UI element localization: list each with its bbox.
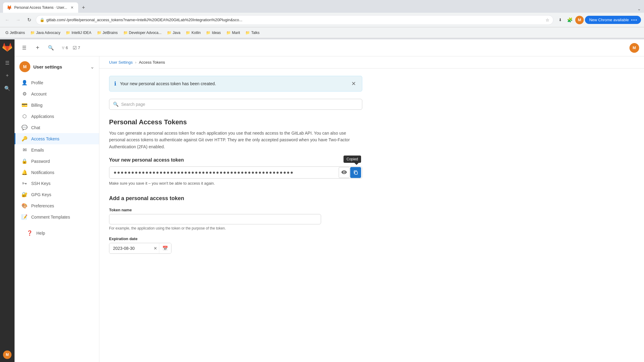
- back-button[interactable]: ←: [3, 16, 12, 24]
- search-box: 🔍: [109, 99, 362, 110]
- bookmark-jetbrains2[interactable]: 📁 JetBrains: [95, 29, 120, 36]
- sidebar-create-icon[interactable]: +: [2, 70, 13, 81]
- settings-sidebar: M User settings ⌄ 👤 Profile ⚙ Account 💳 …: [15, 56, 99, 362]
- alert-banner: ℹ Your new personal access token has bee…: [109, 76, 362, 92]
- settings-user-info: M User settings: [19, 61, 62, 72]
- date-input[interactable]: [109, 243, 152, 253]
- bookmark-java[interactable]: 📁 Java: [164, 29, 183, 36]
- address-bar[interactable]: 🔒 gitlab.com/-/profile/personal_access_t…: [36, 15, 553, 25]
- gitlab-sidebar: ☰ + 🔍 M: [0, 39, 15, 362]
- date-calendar-button[interactable]: 📅: [159, 243, 171, 253]
- sidebar-item-access-tokens[interactable]: 🔑 Access Tokens: [15, 133, 99, 144]
- folder-icon: 📁: [206, 31, 211, 35]
- sidebar-item-applications[interactable]: ⬡ Applications: [15, 111, 99, 122]
- jetbrains-favicon: G: [5, 30, 8, 35]
- bookmark-marit[interactable]: 📁 Marit: [224, 29, 243, 36]
- sidebar-toggle-button[interactable]: ☰: [19, 43, 29, 53]
- tab-close-button[interactable]: ✕: [70, 5, 75, 10]
- merge-requests-badge[interactable]: ⑂ 6: [62, 45, 68, 50]
- sidebar-item-billing[interactable]: 💳 Billing: [15, 99, 99, 111]
- gpg-keys-icon: 🔐: [22, 192, 28, 197]
- sidebar-item-account[interactable]: ⚙ Account: [15, 88, 99, 99]
- alert-close-button[interactable]: ✕: [350, 80, 357, 87]
- search-input[interactable]: [121, 102, 358, 107]
- forward-button[interactable]: →: [14, 16, 22, 24]
- settings-user-section: M User settings ⌄: [15, 61, 99, 77]
- bookmark-java-advocacy[interactable]: 📁 Java Advocacy: [28, 29, 63, 36]
- folder-icon: 📁: [30, 31, 35, 35]
- browser-toolbar: ← → ↻ 🔒 gitlab.com/-/profile/personal_ac…: [0, 13, 644, 27]
- breadcrumb-separator: ›: [135, 60, 136, 65]
- token-name-input[interactable]: [109, 214, 321, 224]
- sidebar-nav-icon-1[interactable]: ☰: [2, 57, 13, 68]
- breadcrumb-parent[interactable]: User Settings: [109, 60, 133, 65]
- account-label: Account: [31, 92, 47, 96]
- folder-icon: 📁: [186, 31, 190, 35]
- issues-badge[interactable]: ☑ 7: [73, 45, 80, 51]
- bookmark-ideas[interactable]: 📁 Ideas: [204, 29, 223, 36]
- date-field-wrapper: ✕ 📅: [109, 243, 171, 254]
- downloads-icon[interactable]: ⬇: [556, 16, 564, 24]
- sidebar-item-comment-templates[interactable]: 📝 Comment Templates: [15, 211, 99, 223]
- sidebar-item-preferences[interactable]: 🎨 Preferences: [15, 200, 99, 211]
- toolbar-actions: ⬇ 🧩 M New Chrome available: [556, 16, 641, 24]
- sidebar-item-chat[interactable]: 💬 Chat: [15, 122, 99, 133]
- bookmark-label: IntelliJ IDEA: [71, 31, 91, 35]
- help-button[interactable]: ❓ Help: [21, 227, 93, 239]
- create-button[interactable]: +: [33, 43, 42, 53]
- bookmark-talks[interactable]: 📁 Talks: [243, 29, 262, 36]
- tab-title: Personal Access Tokens · User...: [14, 5, 67, 10]
- sidebar-item-emails[interactable]: ✉ Emails: [15, 144, 99, 156]
- sidebar-search-icon[interactable]: 🔍: [2, 83, 13, 94]
- gitlab-logo[interactable]: [2, 42, 12, 53]
- new-token-title: Your new personal access token: [109, 157, 362, 163]
- tab-bar: 🦊 Personal Access Tokens · User... ✕ + ⌄: [0, 0, 644, 13]
- sidebar-item-gpg-keys[interactable]: 🔐 GPG Keys: [15, 189, 99, 200]
- page-content: ℹ Your new personal access token has bee…: [99, 69, 372, 267]
- new-chrome-button[interactable]: New Chrome available: [585, 16, 641, 24]
- billing-icon: 💳: [22, 102, 28, 108]
- active-tab[interactable]: 🦊 Personal Access Tokens · User... ✕: [3, 2, 78, 13]
- gpg-keys-label: GPG Keys: [31, 192, 51, 197]
- bookmark-jetbrains[interactable]: G JetBrains: [3, 29, 27, 36]
- token-value-input[interactable]: [109, 166, 362, 179]
- top-bar: ☰ + 🔍 ⑂ 6 ☑ 7 M: [15, 39, 644, 56]
- date-clear-button[interactable]: ✕: [152, 243, 159, 253]
- bookmark-label: JetBrains: [10, 31, 25, 35]
- svg-rect-0: [355, 172, 357, 174]
- bookmark-devadvoca[interactable]: 📁 Developer Advoca...: [121, 29, 164, 36]
- settings-avatar: M: [19, 61, 30, 72]
- sidebar-item-ssh-keys[interactable]: 🗝 SSH Keys: [15, 178, 99, 189]
- bookmark-intellij[interactable]: 📁 IntelliJ IDEA: [63, 29, 94, 36]
- password-icon: 🔒: [22, 158, 28, 164]
- alert-text: Your new personal access token has been …: [120, 81, 347, 86]
- bookmark-label: Java Advocacy: [36, 31, 60, 35]
- alert-info-icon: ℹ: [114, 80, 116, 87]
- main-content: User Settings › Access Tokens ℹ Your new…: [99, 56, 644, 362]
- bookmark-star-icon[interactable]: ☆: [546, 18, 549, 22]
- user-avatar[interactable]: M: [629, 43, 639, 53]
- new-tab-button[interactable]: +: [79, 3, 88, 12]
- add-token-title: Add a personal access token: [109, 195, 362, 202]
- comment-templates-label: Comment Templates: [31, 215, 70, 220]
- token-reveal-button[interactable]: [339, 167, 350, 178]
- bookmarks-bar: G JetBrains 📁 Java Advocacy 📁 IntelliJ I…: [0, 27, 644, 38]
- top-bar-right: M: [629, 43, 639, 53]
- chevron-down-icon[interactable]: ⌄: [90, 64, 94, 70]
- bookmark-label: Ideas: [212, 31, 221, 35]
- sidebar-user-avatar[interactable]: M: [3, 350, 12, 359]
- extensions-icon[interactable]: 🧩: [566, 16, 574, 24]
- token-copy-button[interactable]: [350, 167, 361, 178]
- profile-icon: 👤: [22, 80, 28, 85]
- reload-button[interactable]: ↻: [25, 16, 33, 24]
- search-button[interactable]: 🔍: [46, 43, 56, 53]
- sidebar-item-profile[interactable]: 👤 Profile: [15, 77, 99, 88]
- sidebar-item-password[interactable]: 🔒 Password: [15, 156, 99, 167]
- tab-collapse-button[interactable]: ⌄: [637, 6, 641, 11]
- folder-icon: 📁: [226, 31, 231, 35]
- top-bar-badges: ⑂ 6 ☑ 7: [62, 45, 80, 51]
- profile-icon[interactable]: M: [575, 16, 584, 24]
- bookmark-kotlin[interactable]: 📁 Kotlin: [183, 29, 203, 36]
- lock-icon: 🔒: [40, 18, 45, 22]
- sidebar-item-notifications[interactable]: 🔔 Notifications: [15, 167, 99, 178]
